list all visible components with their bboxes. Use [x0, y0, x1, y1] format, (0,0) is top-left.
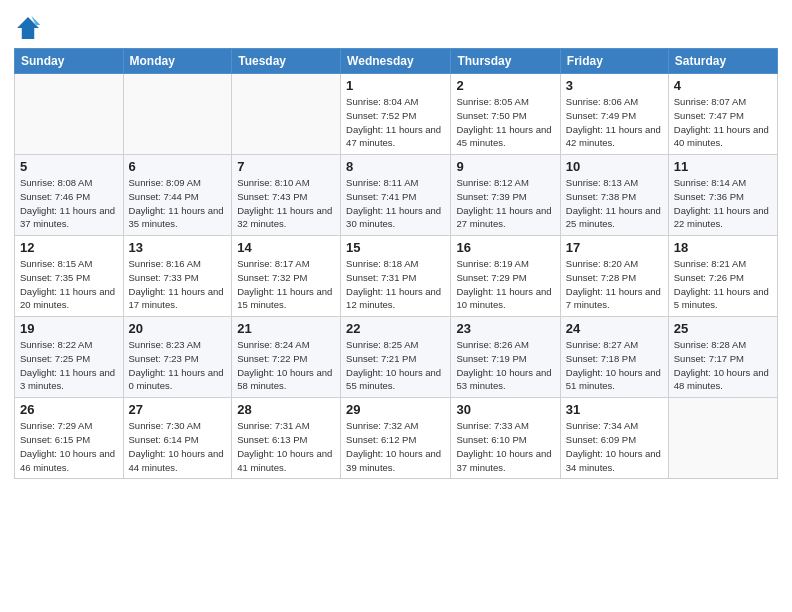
day-info: Sunrise: 8:10 AM Sunset: 7:43 PM Dayligh…	[237, 176, 335, 231]
calendar-cell: 21Sunrise: 8:24 AM Sunset: 7:22 PM Dayli…	[232, 317, 341, 398]
calendar-cell: 3Sunrise: 8:06 AM Sunset: 7:49 PM Daylig…	[560, 74, 668, 155]
week-row-1: 1Sunrise: 8:04 AM Sunset: 7:52 PM Daylig…	[15, 74, 778, 155]
calendar-cell: 30Sunrise: 7:33 AM Sunset: 6:10 PM Dayli…	[451, 398, 560, 479]
day-info: Sunrise: 7:33 AM Sunset: 6:10 PM Dayligh…	[456, 419, 554, 474]
day-number: 8	[346, 159, 445, 174]
calendar-cell: 6Sunrise: 8:09 AM Sunset: 7:44 PM Daylig…	[123, 155, 232, 236]
day-number: 11	[674, 159, 772, 174]
calendar-cell	[123, 74, 232, 155]
day-info: Sunrise: 8:13 AM Sunset: 7:38 PM Dayligh…	[566, 176, 663, 231]
calendar-cell: 13Sunrise: 8:16 AM Sunset: 7:33 PM Dayli…	[123, 236, 232, 317]
calendar-cell: 11Sunrise: 8:14 AM Sunset: 7:36 PM Dayli…	[668, 155, 777, 236]
calendar-cell: 2Sunrise: 8:05 AM Sunset: 7:50 PM Daylig…	[451, 74, 560, 155]
day-info: Sunrise: 8:19 AM Sunset: 7:29 PM Dayligh…	[456, 257, 554, 312]
day-info: Sunrise: 8:26 AM Sunset: 7:19 PM Dayligh…	[456, 338, 554, 393]
day-number: 20	[129, 321, 227, 336]
week-row-5: 26Sunrise: 7:29 AM Sunset: 6:15 PM Dayli…	[15, 398, 778, 479]
day-info: Sunrise: 8:05 AM Sunset: 7:50 PM Dayligh…	[456, 95, 554, 150]
day-number: 28	[237, 402, 335, 417]
calendar-cell: 24Sunrise: 8:27 AM Sunset: 7:18 PM Dayli…	[560, 317, 668, 398]
day-info: Sunrise: 8:17 AM Sunset: 7:32 PM Dayligh…	[237, 257, 335, 312]
week-row-2: 5Sunrise: 8:08 AM Sunset: 7:46 PM Daylig…	[15, 155, 778, 236]
day-number: 1	[346, 78, 445, 93]
day-info: Sunrise: 8:20 AM Sunset: 7:28 PM Dayligh…	[566, 257, 663, 312]
calendar-cell: 19Sunrise: 8:22 AM Sunset: 7:25 PM Dayli…	[15, 317, 124, 398]
calendar: SundayMondayTuesdayWednesdayThursdayFrid…	[14, 48, 778, 479]
day-info: Sunrise: 7:31 AM Sunset: 6:13 PM Dayligh…	[237, 419, 335, 474]
weekday-header-wednesday: Wednesday	[341, 49, 451, 74]
logo	[14, 14, 46, 42]
day-info: Sunrise: 8:04 AM Sunset: 7:52 PM Dayligh…	[346, 95, 445, 150]
day-number: 5	[20, 159, 118, 174]
day-number: 17	[566, 240, 663, 255]
day-number: 19	[20, 321, 118, 336]
day-info: Sunrise: 8:22 AM Sunset: 7:25 PM Dayligh…	[20, 338, 118, 393]
day-info: Sunrise: 8:23 AM Sunset: 7:23 PM Dayligh…	[129, 338, 227, 393]
day-number: 14	[237, 240, 335, 255]
day-number: 16	[456, 240, 554, 255]
calendar-cell: 17Sunrise: 8:20 AM Sunset: 7:28 PM Dayli…	[560, 236, 668, 317]
calendar-cell: 28Sunrise: 7:31 AM Sunset: 6:13 PM Dayli…	[232, 398, 341, 479]
weekday-header-thursday: Thursday	[451, 49, 560, 74]
day-info: Sunrise: 8:11 AM Sunset: 7:41 PM Dayligh…	[346, 176, 445, 231]
day-number: 3	[566, 78, 663, 93]
day-number: 7	[237, 159, 335, 174]
calendar-cell: 7Sunrise: 8:10 AM Sunset: 7:43 PM Daylig…	[232, 155, 341, 236]
day-number: 22	[346, 321, 445, 336]
calendar-cell: 22Sunrise: 8:25 AM Sunset: 7:21 PM Dayli…	[341, 317, 451, 398]
weekday-header-friday: Friday	[560, 49, 668, 74]
weekday-header-monday: Monday	[123, 49, 232, 74]
calendar-cell	[668, 398, 777, 479]
day-info: Sunrise: 7:32 AM Sunset: 6:12 PM Dayligh…	[346, 419, 445, 474]
weekday-header-sunday: Sunday	[15, 49, 124, 74]
weekday-header-saturday: Saturday	[668, 49, 777, 74]
calendar-cell: 12Sunrise: 8:15 AM Sunset: 7:35 PM Dayli…	[15, 236, 124, 317]
day-info: Sunrise: 8:27 AM Sunset: 7:18 PM Dayligh…	[566, 338, 663, 393]
calendar-cell: 31Sunrise: 7:34 AM Sunset: 6:09 PM Dayli…	[560, 398, 668, 479]
day-number: 31	[566, 402, 663, 417]
day-info: Sunrise: 8:08 AM Sunset: 7:46 PM Dayligh…	[20, 176, 118, 231]
weekday-header-tuesday: Tuesday	[232, 49, 341, 74]
day-number: 26	[20, 402, 118, 417]
day-number: 23	[456, 321, 554, 336]
day-info: Sunrise: 8:07 AM Sunset: 7:47 PM Dayligh…	[674, 95, 772, 150]
day-number: 13	[129, 240, 227, 255]
calendar-cell	[15, 74, 124, 155]
day-info: Sunrise: 8:06 AM Sunset: 7:49 PM Dayligh…	[566, 95, 663, 150]
logo-icon	[14, 14, 42, 42]
day-info: Sunrise: 8:24 AM Sunset: 7:22 PM Dayligh…	[237, 338, 335, 393]
day-info: Sunrise: 8:25 AM Sunset: 7:21 PM Dayligh…	[346, 338, 445, 393]
calendar-cell: 4Sunrise: 8:07 AM Sunset: 7:47 PM Daylig…	[668, 74, 777, 155]
day-number: 27	[129, 402, 227, 417]
day-number: 24	[566, 321, 663, 336]
page: SundayMondayTuesdayWednesdayThursdayFrid…	[0, 0, 792, 612]
day-info: Sunrise: 8:12 AM Sunset: 7:39 PM Dayligh…	[456, 176, 554, 231]
day-number: 9	[456, 159, 554, 174]
calendar-cell: 9Sunrise: 8:12 AM Sunset: 7:39 PM Daylig…	[451, 155, 560, 236]
day-info: Sunrise: 7:30 AM Sunset: 6:14 PM Dayligh…	[129, 419, 227, 474]
calendar-cell: 10Sunrise: 8:13 AM Sunset: 7:38 PM Dayli…	[560, 155, 668, 236]
calendar-cell: 16Sunrise: 8:19 AM Sunset: 7:29 PM Dayli…	[451, 236, 560, 317]
day-number: 18	[674, 240, 772, 255]
calendar-cell: 23Sunrise: 8:26 AM Sunset: 7:19 PM Dayli…	[451, 317, 560, 398]
weekday-header-row: SundayMondayTuesdayWednesdayThursdayFrid…	[15, 49, 778, 74]
calendar-cell: 8Sunrise: 8:11 AM Sunset: 7:41 PM Daylig…	[341, 155, 451, 236]
day-number: 30	[456, 402, 554, 417]
day-info: Sunrise: 8:09 AM Sunset: 7:44 PM Dayligh…	[129, 176, 227, 231]
week-row-4: 19Sunrise: 8:22 AM Sunset: 7:25 PM Dayli…	[15, 317, 778, 398]
day-number: 29	[346, 402, 445, 417]
calendar-cell: 15Sunrise: 8:18 AM Sunset: 7:31 PM Dayli…	[341, 236, 451, 317]
day-info: Sunrise: 8:18 AM Sunset: 7:31 PM Dayligh…	[346, 257, 445, 312]
calendar-cell: 27Sunrise: 7:30 AM Sunset: 6:14 PM Dayli…	[123, 398, 232, 479]
day-number: 25	[674, 321, 772, 336]
calendar-cell: 25Sunrise: 8:28 AM Sunset: 7:17 PM Dayli…	[668, 317, 777, 398]
calendar-cell: 18Sunrise: 8:21 AM Sunset: 7:26 PM Dayli…	[668, 236, 777, 317]
day-info: Sunrise: 8:15 AM Sunset: 7:35 PM Dayligh…	[20, 257, 118, 312]
calendar-cell: 14Sunrise: 8:17 AM Sunset: 7:32 PM Dayli…	[232, 236, 341, 317]
day-info: Sunrise: 8:14 AM Sunset: 7:36 PM Dayligh…	[674, 176, 772, 231]
day-number: 15	[346, 240, 445, 255]
day-number: 2	[456, 78, 554, 93]
day-info: Sunrise: 8:16 AM Sunset: 7:33 PM Dayligh…	[129, 257, 227, 312]
day-info: Sunrise: 7:29 AM Sunset: 6:15 PM Dayligh…	[20, 419, 118, 474]
day-number: 6	[129, 159, 227, 174]
